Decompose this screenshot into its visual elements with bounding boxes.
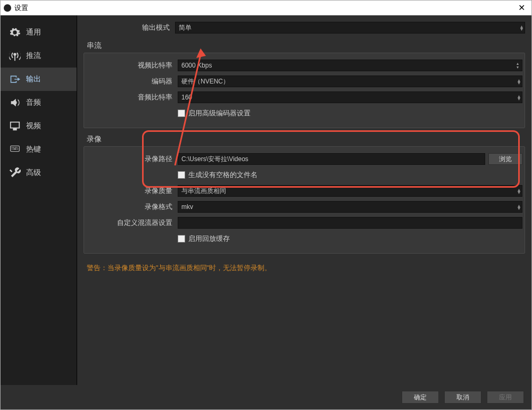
recording-group: 录像路径 C:\Users\安哥拉\Videos 浏览 生成没有空格的文件 [84,146,525,254]
ok-button[interactable]: 确定 [402,391,439,404]
keyboard-icon [8,144,22,155]
replay-buffer-checkbox[interactable] [178,235,185,242]
recording-format-select[interactable]: mkv ▴▾ [178,201,522,213]
video-bitrate-label: 视频比特率 [86,61,178,70]
sidebar-item-video[interactable]: 视频 [1,114,77,138]
svg-rect-1 [12,147,13,148]
no-space-filename-label: 生成没有空格的文件名 [188,170,257,180]
close-icon[interactable]: ✕ [515,3,528,13]
sidebar-item-label: 视频 [26,121,41,131]
output-icon [8,73,22,85]
spinner-icon[interactable]: ▴▾ [517,62,519,69]
titlebar: 设置 ✕ [1,1,531,15]
encoder-select[interactable]: 硬件（NVENC） ▴▾ [178,76,522,87]
advanced-encoder-checkbox-label: 启用高级编码器设置 [188,108,251,118]
encoder-label: 编码器 [86,77,178,86]
audio-bitrate-label: 音频比特率 [86,93,178,102]
content-pane: 输出模式 简单 ▴▾ 串流 视频比特率 6000 Kbps [77,15,531,385]
replay-buffer-label: 启用回放缓存 [188,234,230,244]
window-title: 设置 [14,3,515,13]
browse-button[interactable]: 浏览 [488,153,522,165]
recording-path-input[interactable]: C:\Users\安哥拉\Videos [178,153,485,165]
sidebar-item-general[interactable]: 通用 [1,21,77,44]
warning-text: 警告：当录像质量设为"与串流画质相同"时，无法暂停录制。 [84,258,525,273]
app-icon [4,4,11,12]
audio-bitrate-select[interactable]: 160 ▴▾ [178,91,522,103]
recording-quality-label: 录像质量 [86,186,178,196]
streaming-group-title: 串流 [84,39,525,53]
sidebar-item-label: 热键 [26,145,41,154]
chevrons-icon: ▴▾ [520,25,521,30]
chevrons-icon: ▴▾ [518,204,519,210]
sidebar-item-audio[interactable]: 音频 [1,91,77,114]
sidebar-item-label: 输出 [26,74,41,84]
advanced-encoder-checkbox[interactable] [178,110,185,117]
svg-rect-7 [18,149,19,150]
output-mode-select[interactable]: 简单 ▴▾ [175,22,525,34]
recording-quality-select[interactable]: 与串流画质相同 ▴▾ [178,185,522,197]
svg-rect-3 [15,147,16,148]
recording-format-label: 录像格式 [86,202,178,212]
chevrons-icon: ▴▾ [518,188,519,194]
chevrons-icon: ▴▾ [518,79,519,84]
sidebar-item-label: 音频 [26,98,41,107]
svg-rect-2 [13,147,14,148]
sidebar: 通用 推流 输出 音频 [1,15,77,385]
speaker-icon [8,97,22,108]
muxer-input[interactable] [178,217,522,229]
muxer-label: 自定义混流器设置 [86,218,178,228]
video-bitrate-input[interactable]: 6000 Kbps ▴▾ [178,60,522,71]
sidebar-item-advanced[interactable]: 高级 [1,161,77,185]
output-mode-label: 输出模式 [84,23,175,32]
gear-icon [8,27,22,38]
cancel-button[interactable]: 取消 [444,391,481,404]
tools-icon [8,167,22,179]
settings-window: 设置 ✕ 通用 推流 输出 [0,0,532,410]
no-space-filename-checkbox[interactable] [178,171,185,179]
recording-path-label: 录像路径 [86,154,178,164]
svg-rect-5 [12,149,13,150]
sidebar-item-label: 通用 [26,28,41,37]
apply-button: 应用 [487,391,524,404]
svg-rect-6 [13,149,16,150]
sidebar-item-hotkeys[interactable]: 热键 [1,138,77,161]
chevrons-icon: ▴▾ [518,95,519,100]
recording-group-title: 录像 [84,132,525,146]
dialog-footer: 确定 取消 应用 [1,385,531,409]
sidebar-item-stream[interactable]: 推流 [1,44,77,68]
sidebar-item-label: 推流 [26,51,41,61]
monitor-icon [8,120,22,132]
svg-rect-4 [16,147,18,148]
streaming-group: 视频比特率 6000 Kbps ▴▾ 编码器 硬件（NVENC） [84,53,525,128]
antenna-icon [8,50,22,62]
sidebar-item-output[interactable]: 输出 [1,68,77,91]
sidebar-item-label: 高级 [26,168,41,178]
